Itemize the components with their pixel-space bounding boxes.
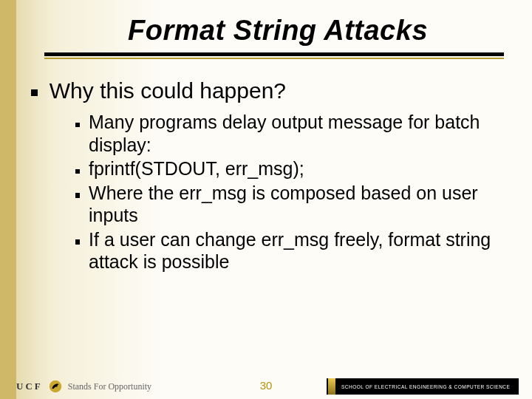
list-item: Many programs delay output message for b…: [75, 111, 504, 156]
square-bullet-icon: [31, 86, 38, 98]
ucf-logo-block: UCF Stands For Opportunity: [16, 380, 151, 393]
bullet-text: If a user can change err_msg freely, for…: [89, 228, 504, 273]
list-item: If a user can change err_msg freely, for…: [75, 228, 504, 273]
school-badge: SCHOOL OF ELECTRICAL ENGINEERING & COMPU…: [327, 378, 519, 395]
bullet-text: fprintf(STDOUT, err_msg);: [89, 157, 304, 180]
gold-strip-icon: [328, 378, 335, 395]
sub-bullets: Many programs delay output message for b…: [31, 111, 511, 273]
content-area: Why this could happen? Many programs del…: [15, 78, 511, 273]
list-item: fprintf(STDOUT, err_msg);: [75, 157, 504, 180]
footer: UCF Stands For Opportunity 30 SCHOOL OF …: [0, 369, 532, 399]
square-bullet-icon: [75, 237, 80, 245]
list-item: Where the err_msg is composed based on u…: [75, 182, 504, 227]
pegasus-icon: [49, 380, 62, 393]
square-bullet-icon: [75, 120, 80, 128]
slide: Format String Attacks Why this could hap…: [0, 0, 532, 399]
ucf-tagline: Stands For Opportunity: [68, 381, 151, 392]
school-label: SCHOOL OF ELECTRICAL ENGINEERING & COMPU…: [341, 384, 510, 389]
heading-text: Why this could happen?: [50, 78, 286, 103]
slide-title: Format String Attacks: [59, 15, 497, 52]
bullet-text: Where the err_msg is composed based on u…: [89, 182, 504, 227]
ucf-letters: UCF: [16, 381, 43, 392]
bullet-text: Many programs delay output message for b…: [89, 111, 504, 156]
title-underline: [44, 52, 504, 59]
heading-item: Why this could happen?: [31, 78, 511, 103]
page-number: 30: [260, 379, 273, 392]
square-bullet-icon: [75, 166, 80, 174]
square-bullet-icon: [75, 191, 80, 199]
